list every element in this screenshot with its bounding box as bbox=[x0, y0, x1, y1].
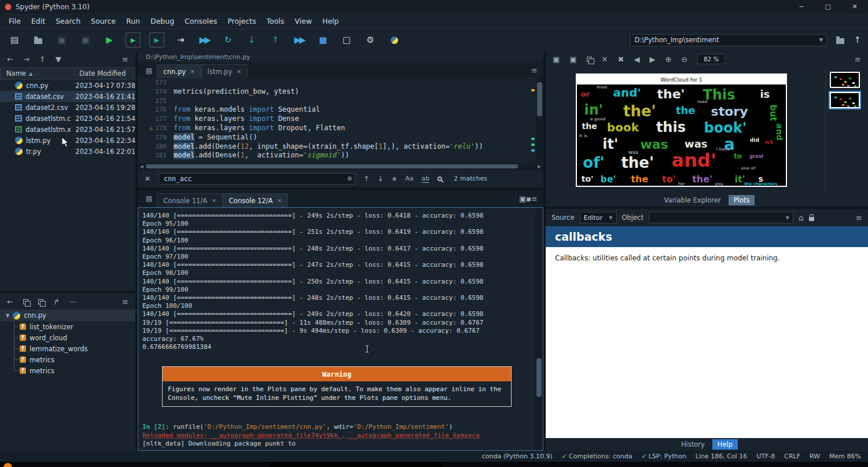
up-icon[interactable]: ↑ bbox=[39, 55, 46, 64]
outline-item-word_cloud[interactable]: fword_cloud bbox=[20, 332, 135, 343]
console-output[interactable]: 140/140 [==============================]… bbox=[138, 207, 543, 451]
outline-root-item[interactable]: ▼ cnn.py bbox=[0, 310, 135, 321]
debug-return-icon[interactable]: ↑ bbox=[268, 32, 283, 47]
file-row-datasetlstm.csv[interactable]: datasetlstm.csv2023-04-16 21:54 bbox=[0, 113, 135, 124]
files-options-icon[interactable]: ≡ bbox=[122, 55, 128, 64]
console-vscroll-thumb[interactable] bbox=[536, 358, 542, 397]
home-icon[interactable]: ⌂ bbox=[799, 213, 804, 222]
scroll-left-icon[interactable]: ◀ bbox=[138, 164, 146, 169]
menu-help[interactable]: Help bbox=[317, 14, 344, 28]
plot-thumbnail-1[interactable] bbox=[830, 72, 860, 88]
clear-find-icon[interactable]: ⊗ bbox=[347, 175, 352, 182]
plot-thumbnail-2[interactable] bbox=[830, 92, 860, 108]
menu-view[interactable]: View bbox=[289, 14, 317, 28]
outline-options-icon[interactable]: ≡ bbox=[122, 297, 128, 306]
column-name[interactable]: Name▲ bbox=[1, 69, 75, 78]
tab-variable-explorer[interactable]: Variable Explorer bbox=[659, 195, 726, 205]
outline-item-metrics[interactable]: fmetrics bbox=[20, 365, 135, 376]
editor-tab-lstm.py[interactable]: lstm.py✕ bbox=[201, 64, 248, 78]
menu-run[interactable]: Run bbox=[121, 14, 145, 28]
menu-source[interactable]: Source bbox=[86, 14, 121, 28]
file-row-dataset2.csv[interactable]: dataset2.csv2023-04-16 19:28 bbox=[0, 102, 135, 113]
console-tab-console-12-a[interactable]: Console 12/A✕ bbox=[223, 193, 288, 207]
menu-edit[interactable]: Edit bbox=[26, 14, 50, 28]
tab-plots[interactable]: Plots bbox=[729, 195, 755, 205]
object-combo[interactable]: ▼ bbox=[649, 212, 793, 223]
previous-plot-icon[interactable]: ◀ bbox=[634, 55, 639, 64]
rerun-icon[interactable]: ↻ bbox=[220, 32, 236, 47]
tab-history[interactable]: History bbox=[676, 439, 710, 450]
working-directory-combo[interactable]: D:\Python_Imp\sentiment ▼ bbox=[630, 34, 827, 46]
tab-help[interactable]: Help bbox=[712, 439, 738, 450]
editor-hscrollbar[interactable]: ◀ ▶ bbox=[138, 163, 543, 170]
run-cell-icon[interactable]: ▶ bbox=[126, 32, 141, 47]
run-cell-advance-icon[interactable]: ▶ bbox=[149, 32, 164, 47]
menu-consoles[interactable]: Consoles bbox=[179, 14, 222, 28]
browse-directory-icon[interactable] bbox=[836, 38, 844, 44]
editor-tab-cnn.py[interactable]: cnn.py✕ bbox=[157, 64, 201, 78]
help-options-icon[interactable]: ≡ bbox=[856, 214, 862, 222]
search-icon[interactable] bbox=[437, 176, 442, 181]
lock-icon[interactable] bbox=[809, 217, 814, 221]
outline-more-icon[interactable]: ⋯ bbox=[69, 297, 77, 306]
outline-item-list_tokenizer[interactable]: flist_tokenizer bbox=[20, 321, 135, 332]
close-tab-icon[interactable]: ✕ bbox=[212, 198, 216, 204]
editor-hscroll-thumb[interactable] bbox=[146, 164, 518, 168]
filter-icon[interactable]: ▼ bbox=[56, 55, 61, 64]
menu-tools[interactable]: Tools bbox=[262, 14, 290, 28]
find-next-icon[interactable]: ↓ bbox=[377, 175, 383, 183]
interrupt-kernel-icon[interactable]: ▪ bbox=[526, 194, 531, 203]
editor-vscrollbar[interactable] bbox=[536, 78, 543, 163]
source-combo[interactable]: Editor▼ bbox=[580, 212, 617, 223]
console-browse-tabs-icon[interactable]: ▤ bbox=[141, 194, 157, 203]
outline-collapse-icon[interactable] bbox=[23, 299, 28, 304]
find-previous-icon[interactable]: ↑ bbox=[363, 175, 369, 183]
save-icon[interactable]: ▣ bbox=[54, 32, 69, 47]
new-file-icon[interactable]: ▤ bbox=[7, 32, 22, 47]
taskbar-app-icon[interactable] bbox=[3, 463, 12, 467]
outline-expand-icon[interactable] bbox=[38, 299, 43, 304]
close-tab-icon[interactable]: ✕ bbox=[277, 198, 282, 204]
menu-projects[interactable]: Projects bbox=[222, 14, 261, 28]
plots-options-icon[interactable]: ≡ bbox=[855, 55, 861, 64]
scroll-right-icon[interactable]: ▶ bbox=[535, 164, 543, 169]
outline-item-lemmatize_words[interactable]: flemmatize_words bbox=[20, 343, 135, 354]
close-find-icon[interactable]: ✕ bbox=[145, 175, 150, 183]
file-row-cnn.py[interactable]: cnn.py2023-04-17 07:38 bbox=[0, 80, 135, 91]
python-env-icon[interactable] bbox=[387, 32, 402, 47]
save-all-icon[interactable]: ▣ bbox=[78, 32, 93, 47]
menu-debug[interactable]: Debug bbox=[145, 14, 179, 28]
copy-plot-icon[interactable] bbox=[587, 57, 592, 62]
match-case-icon[interactable]: Aa bbox=[405, 175, 413, 182]
console-options-icon[interactable]: ≡ bbox=[531, 194, 543, 203]
debug-continue-icon[interactable]: ▶▶ bbox=[292, 32, 307, 47]
debug-step-icon[interactable]: ↓ bbox=[244, 32, 259, 47]
find-input[interactable] bbox=[159, 173, 355, 185]
stop-icon[interactable]: ■ bbox=[315, 32, 330, 47]
zoom-out-icon[interactable]: ⊖ bbox=[681, 55, 687, 64]
close-button[interactable]: ✕ bbox=[841, 0, 868, 13]
console-copy-icon[interactable]: ▣ bbox=[519, 194, 526, 203]
whole-word-icon[interactable]: ab bbox=[422, 175, 430, 183]
rerun-cell-icon[interactable]: ▶▶ bbox=[197, 32, 212, 47]
close-tab-icon[interactable]: ✕ bbox=[190, 69, 195, 75]
next-plot-icon[interactable]: ▶ bbox=[649, 55, 655, 64]
run-file-icon[interactable]: ▶ bbox=[102, 32, 117, 47]
back-icon[interactable]: ← bbox=[7, 55, 13, 64]
regex-icon[interactable]: ∗ bbox=[391, 175, 397, 183]
console-vscrollbar[interactable] bbox=[535, 208, 543, 450]
go-to-cursor-icon[interactable]: ↱ bbox=[53, 297, 60, 306]
collapse-arrow-icon[interactable]: ▼ bbox=[6, 313, 9, 318]
browse-tabs-icon[interactable]: ▤ bbox=[141, 67, 157, 75]
column-date-modified[interactable]: Date Modified bbox=[75, 69, 126, 78]
forward-icon[interactable]: → bbox=[23, 55, 30, 64]
wordcloud-figure[interactable]: WordCloud for 1 orfromand'the'Thisisread… bbox=[576, 73, 787, 187]
console-tab-console-11-a[interactable]: Console 11/A✕ bbox=[157, 193, 222, 207]
remove-all-plots-icon[interactable]: ✖ bbox=[618, 55, 624, 64]
remove-plot-icon[interactable]: ✕ bbox=[602, 55, 608, 64]
menu-file[interactable]: File bbox=[3, 14, 26, 28]
save-all-plots-icon[interactable]: ▣ bbox=[569, 55, 576, 64]
close-tab-icon[interactable]: ✕ bbox=[237, 69, 241, 75]
editor-vscroll-thumb[interactable] bbox=[537, 82, 542, 116]
minimize-button[interactable]: ─ bbox=[788, 0, 815, 13]
